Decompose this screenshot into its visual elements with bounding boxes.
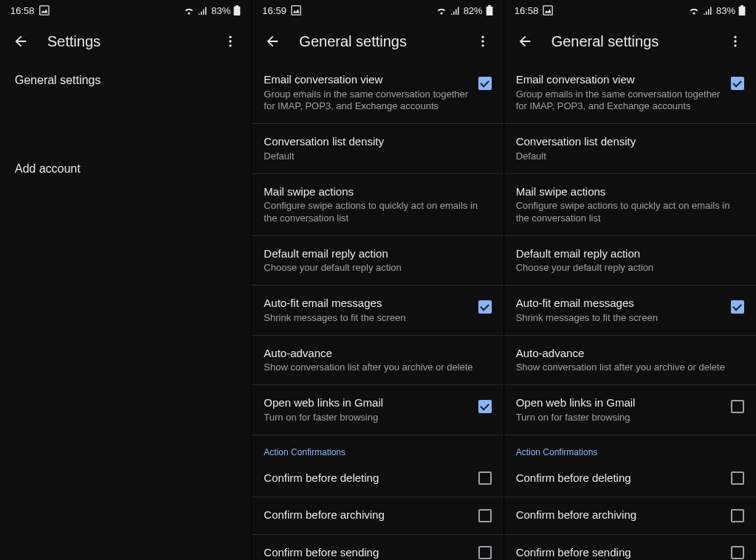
setting-text: Open web links in GmailTurn on for faste… — [516, 395, 731, 424]
list-item[interactable]: Add account — [0, 151, 251, 187]
setting-item[interactable]: Mail swipe actionsConfigure swipe action… — [252, 174, 503, 236]
confirm-item[interactable]: Confirm before archiving — [252, 497, 503, 535]
checkbox[interactable] — [731, 509, 744, 522]
setting-item[interactable]: Email conversation viewGroup emails in t… — [252, 62, 503, 124]
battery-icon — [738, 5, 746, 15]
setting-subtitle: Choose your default reply action — [516, 262, 738, 274]
setting-text: Mail swipe actionsConfigure swipe action… — [516, 184, 744, 225]
checkbox[interactable] — [731, 77, 744, 90]
battery-icon — [233, 5, 241, 15]
setting-text: Auto-fit email messagesShrink messages t… — [516, 296, 731, 324]
confirm-item[interactable]: Confirm before deleting — [252, 460, 503, 498]
setting-item[interactable]: Default email reply actionChoose your de… — [504, 236, 756, 286]
confirm-title: Confirm before archiving — [264, 508, 478, 522]
setting-title: Open web links in Gmail — [516, 395, 725, 410]
checkbox[interactable] — [478, 300, 492, 314]
screen-2: 16:5883%General settingsEmail conversati… — [504, 0, 756, 560]
checkbox[interactable] — [478, 546, 492, 559]
svg-point-11 — [734, 44, 736, 46]
setting-subtitle: Shrink messages to fit the screen — [264, 312, 472, 325]
setting-title: Default email reply action — [264, 246, 485, 261]
svg-point-10 — [734, 40, 736, 42]
setting-subtitle: Shrink messages to fit the screen — [516, 312, 725, 325]
signal-icon — [703, 6, 713, 15]
battery-icon — [486, 5, 493, 15]
setting-item[interactable]: Open web links in GmailTurn on for faste… — [252, 385, 503, 435]
app-bar: Settings — [0, 21, 251, 62]
confirm-title: Confirm before deleting — [264, 471, 478, 485]
setting-item[interactable]: Conversation list densityDefault — [252, 124, 503, 173]
setting-title: Auto-advance — [516, 346, 738, 361]
confirm-title: Confirm before sending — [516, 545, 731, 560]
setting-subtitle: Default — [516, 151, 738, 163]
setting-text: Auto-advanceShow conversation list after… — [264, 346, 491, 374]
checkbox[interactable] — [478, 400, 492, 413]
svg-point-2 — [230, 40, 232, 42]
setting-text: Auto-fit email messagesShrink messages t… — [264, 296, 478, 324]
checkbox[interactable] — [478, 509, 492, 522]
setting-text: Auto-advanceShow conversation list after… — [516, 346, 744, 374]
status-time: 16:58 — [10, 5, 35, 16]
content: General settingsAdd account — [0, 62, 251, 187]
setting-item[interactable]: Auto-advanceShow conversation list after… — [504, 336, 756, 385]
status-bar: 16:5883% — [504, 0, 756, 21]
checkbox[interactable] — [478, 77, 492, 90]
checkbox[interactable] — [731, 300, 744, 314]
setting-subtitle: Group emails in the same conversation to… — [516, 89, 725, 114]
setting-text: Conversation list densityDefault — [516, 134, 744, 162]
page-title: General settings — [551, 33, 726, 50]
setting-text: Default email reply actionChoose your de… — [516, 246, 744, 274]
checkbox[interactable] — [731, 400, 744, 413]
confirm-item[interactable]: Confirm before archiving — [504, 497, 756, 535]
setting-title: Conversation list density — [516, 134, 738, 149]
app-bar: General settings — [504, 21, 756, 62]
status-battery-text: 83% — [211, 5, 230, 16]
content: Email conversation viewGroup emails in t… — [252, 62, 503, 560]
setting-item[interactable]: Open web links in GmailTurn on for faste… — [504, 385, 756, 435]
page-title: Settings — [47, 33, 221, 50]
confirm-item[interactable]: Confirm before sending — [504, 535, 756, 560]
checkbox[interactable] — [731, 546, 744, 559]
setting-item[interactable]: Mail swipe actionsConfigure swipe action… — [504, 174, 756, 236]
checkbox[interactable] — [731, 471, 744, 485]
more-icon[interactable] — [474, 32, 492, 50]
svg-point-6 — [481, 40, 484, 42]
back-icon[interactable] — [12, 32, 30, 50]
list-item[interactable]: General settings — [0, 62, 251, 99]
setting-text: Default email reply actionChoose your de… — [264, 246, 491, 274]
back-icon[interactable] — [516, 32, 534, 50]
confirm-item[interactable]: Confirm before deleting — [504, 460, 756, 498]
setting-item[interactable]: Auto-fit email messagesShrink messages t… — [504, 286, 756, 335]
image-icon — [543, 5, 553, 15]
section-header: Action Confirmations — [252, 435, 503, 460]
app-bar: General settings — [252, 21, 503, 62]
signal-icon — [450, 6, 461, 15]
setting-text: Email conversation viewGroup emails in t… — [264, 72, 478, 113]
checkbox[interactable] — [478, 471, 492, 485]
setting-subtitle: Show conversation list after you archive… — [516, 362, 738, 374]
more-icon[interactable] — [221, 32, 239, 50]
setting-subtitle: Default — [264, 151, 485, 163]
page-title: General settings — [299, 33, 473, 50]
setting-item[interactable]: Default email reply actionChoose your de… — [252, 236, 503, 286]
setting-text: Open web links in GmailTurn on for faste… — [264, 395, 478, 424]
confirm-item[interactable]: Confirm before sending — [252, 535, 503, 560]
setting-subtitle: Configure swipe actions to quickly act o… — [264, 200, 485, 225]
more-icon[interactable] — [726, 32, 744, 50]
setting-title: Auto-fit email messages — [264, 296, 472, 311]
image-icon — [291, 5, 301, 15]
setting-item[interactable]: Auto-advanceShow conversation list after… — [252, 336, 503, 385]
setting-title: Mail swipe actions — [516, 184, 738, 199]
setting-item[interactable]: Auto-fit email messagesShrink messages t… — [252, 286, 503, 335]
wifi-icon — [183, 6, 195, 15]
back-icon[interactable] — [264, 32, 281, 50]
setting-text: Mail swipe actionsConfigure swipe action… — [264, 184, 491, 225]
setting-item[interactable]: Email conversation viewGroup emails in t… — [504, 62, 756, 124]
svg-point-5 — [481, 36, 484, 38]
setting-title: Auto-fit email messages — [516, 296, 725, 311]
setting-title: Email conversation view — [264, 72, 472, 87]
status-bar: 16:5982% — [252, 0, 503, 21]
section-header: Action Confirmations — [504, 435, 756, 460]
setting-item[interactable]: Conversation list densityDefault — [504, 124, 756, 173]
setting-text: Conversation list densityDefault — [264, 134, 491, 162]
